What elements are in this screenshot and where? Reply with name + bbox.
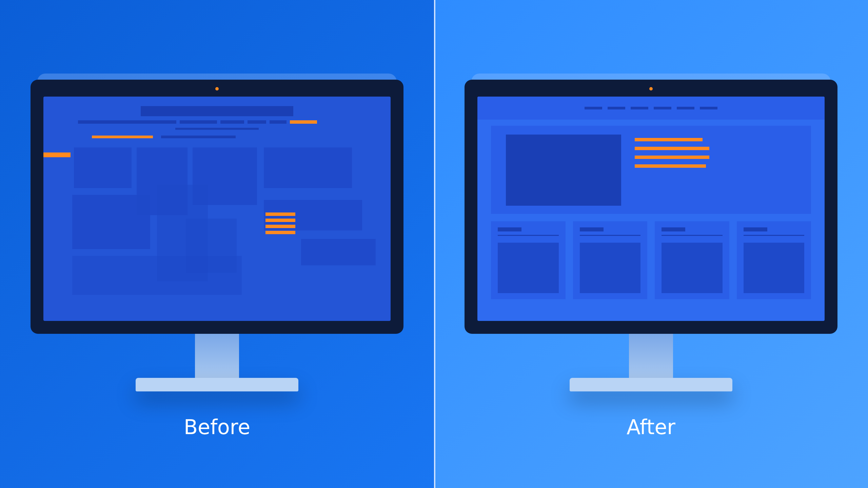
monitor-stand-base [136, 378, 298, 391]
wireframe-block [264, 147, 352, 188]
wireframe-subtitle [175, 128, 259, 130]
wireframe-card [737, 221, 811, 299]
card-title [498, 227, 521, 231]
nav-item [654, 107, 671, 109]
card-divider [662, 235, 723, 236]
underline-accent [92, 136, 153, 138]
wireframe-hero [491, 126, 811, 214]
wireframe-block [72, 195, 150, 249]
monitor-bezel [465, 80, 837, 334]
card-image [498, 243, 559, 293]
nav-segment [180, 120, 217, 124]
monitor-stand-neck [195, 334, 239, 378]
before-panel: Before [0, 0, 434, 488]
text-line-accent [265, 219, 295, 222]
before-label: Before [184, 415, 250, 439]
camera-icon [649, 87, 653, 90]
panel-divider [434, 0, 435, 488]
card-title [744, 227, 767, 231]
wireframe-nav [78, 120, 356, 124]
wireframe-card [655, 221, 729, 299]
wireframe-card-row [491, 221, 811, 299]
wireframe-block [74, 147, 132, 188]
wireframe-block [186, 219, 237, 273]
card-divider [498, 235, 559, 236]
wireframe-title-bar [141, 106, 294, 116]
camera-icon [215, 87, 219, 90]
text-line-accent [265, 212, 295, 216]
nav-segment-accent [290, 120, 317, 124]
monitor-stand-base [570, 378, 732, 391]
hero-line-accent [635, 156, 709, 159]
wireframe-topbar [477, 97, 825, 120]
nav-item [631, 107, 648, 109]
wireframe-tag-accent [43, 152, 71, 157]
before-monitor [31, 80, 403, 391]
wireframe-card [491, 221, 566, 299]
hero-line-accent [635, 147, 709, 150]
monitor-stand-neck [629, 334, 673, 378]
wireframe-underline-row [92, 136, 236, 138]
nav-segment [78, 120, 176, 124]
monitor-bezel [31, 80, 403, 334]
wireframe-block [301, 239, 376, 265]
wireframe-card [573, 221, 648, 299]
nav-item [677, 107, 694, 109]
card-image [662, 243, 723, 293]
card-title [580, 227, 604, 231]
card-image [744, 243, 805, 293]
card-divider [744, 235, 805, 236]
text-line-accent [265, 231, 295, 234]
hero-image-block [506, 135, 621, 206]
nav-item [700, 107, 717, 109]
nav-segment [248, 120, 266, 124]
nav-segment [220, 120, 244, 124]
card-image [580, 243, 641, 293]
hero-line-accent [635, 164, 706, 168]
underline-dark [161, 136, 236, 138]
before-screen [43, 97, 391, 321]
after-label: After [627, 415, 675, 439]
after-monitor [465, 80, 837, 391]
text-line-accent [265, 225, 295, 228]
hero-text-block [635, 135, 709, 168]
after-screen [477, 97, 825, 321]
after-panel: After [434, 0, 868, 488]
hero-line-accent [635, 138, 703, 141]
nav-item [585, 107, 602, 109]
card-title [662, 227, 685, 231]
card-divider [580, 235, 641, 236]
nav-item [608, 107, 625, 109]
wireframe-text-lines [265, 212, 295, 234]
nav-segment [270, 120, 287, 124]
